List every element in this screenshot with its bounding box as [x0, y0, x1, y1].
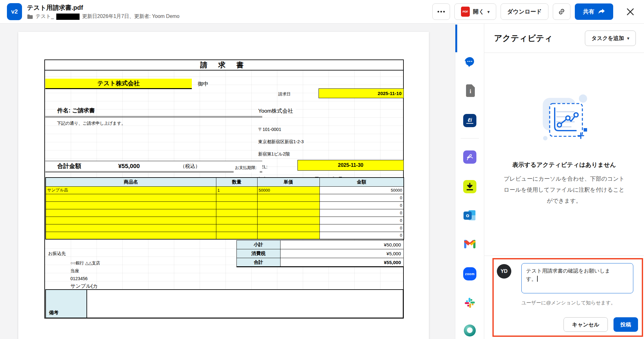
empty-state-title: 表示するアクティビティはありません	[491, 161, 638, 169]
items-header-qty: 数量	[216, 178, 257, 186]
bank-account-number: 0123456	[70, 276, 88, 281]
download-button-label: ダウンロード	[507, 8, 542, 15]
signature-glyph: ℓi	[468, 118, 472, 122]
file-title: テスト用請求書.pdf	[27, 3, 180, 12]
subtotal-row: 小計 ¥50,000	[237, 240, 404, 249]
comments-tab[interactable]	[463, 55, 476, 69]
invoice-total-row: 合計金額 ¥55,000 （税込）	[45, 161, 262, 172]
box-sign-tab[interactable]: ℓi	[463, 114, 476, 127]
adobe-acrobat-tab[interactable]	[463, 150, 476, 164]
comment-actions: キャンセル 投稿	[564, 317, 638, 332]
invoice-cell: 50000	[319, 186, 404, 194]
total-amount: ¥55,000	[118, 163, 140, 170]
invoice-cell	[257, 217, 319, 224]
invoice-cell	[46, 224, 216, 232]
chevron-down-icon: ▾	[487, 9, 490, 14]
invoice-cell: 0	[319, 217, 404, 224]
invoice-cell	[257, 201, 319, 209]
file-info-tab[interactable]: i	[463, 84, 476, 97]
empty-activity-illustration	[491, 93, 638, 146]
link-icon	[558, 8, 565, 15]
empty-state-body: プレビューにカーソルを合わせ、下部のコントロールを使用してファイルに注釈を付ける…	[501, 173, 627, 206]
activity-empty-state: 表示するアクティビティはありません プレビューにカーソルを合わせ、下部のコントロ…	[491, 93, 638, 206]
subtotal-label: 小計	[237, 240, 280, 249]
share-button[interactable]: 共有	[575, 3, 613, 20]
invoice-cell: 0	[319, 224, 404, 232]
invoice-cell	[216, 232, 257, 239]
invoice-cell: 1	[216, 186, 257, 194]
invoice-honorific: 御中	[198, 80, 208, 88]
active-tab-indicator	[455, 25, 457, 52]
gmail-icon	[464, 240, 476, 249]
open-button[interactable]: PDF 開く ▾	[454, 3, 496, 20]
more-options-button[interactable]	[432, 3, 450, 20]
bank-section-label: お振込先	[48, 251, 66, 257]
invoice-items-table: 商品名 数量 単価 金額 サンプル品 1 50000 50000 0	[45, 177, 404, 240]
slack-tab[interactable]	[463, 296, 476, 309]
invoice-cell	[216, 217, 257, 224]
invoice-cell: 0	[319, 209, 404, 217]
table-row: 0	[46, 209, 404, 217]
download-button[interactable]: ダウンロード	[501, 3, 548, 20]
invoice-cell	[216, 201, 257, 209]
issuer-address1: 東京都新宿区新宿1-2-3	[258, 139, 306, 145]
post-button[interactable]: 投稿	[613, 317, 638, 332]
items-header-product: 商品名	[46, 178, 216, 186]
invoice-cell: サンプル品	[46, 186, 216, 194]
issuer-address2: 新宿第1ビル2階	[258, 151, 292, 157]
invoice-addressee-cell: テスト株式会社	[45, 79, 192, 89]
cancel-button[interactable]: キャンセル	[564, 317, 608, 332]
file-meta-text: 更新日2026年1月7日、更新者: Yoom Demo	[82, 13, 180, 20]
due-date-cell: 2025-11-30	[297, 160, 404, 171]
redacted-text	[56, 14, 80, 20]
zoom-tab[interactable]: zoom	[463, 267, 476, 280]
tax-value: ¥5,000	[280, 249, 404, 258]
table-row: サンプル品 1 50000 50000	[46, 186, 404, 194]
activity-panel-header: アクティビティ タスクを追加 ▾	[484, 24, 644, 53]
invoice-subject: 件名: ご請求書	[45, 105, 262, 117]
invoice-sheet: 請 求 書 テスト株式会社 御中 請求日 2025-11-10 件名: ご請求書…	[44, 59, 404, 319]
teal-ring-app-tab[interactable]	[463, 324, 476, 337]
header-actions: PDF 開く ▾ ダウンロード 共有	[432, 3, 637, 20]
version-badge[interactable]: v2	[7, 3, 22, 20]
teal-ring-icon	[464, 325, 476, 336]
folder-name[interactable]: テスト_	[36, 13, 54, 20]
invoice-cell	[46, 194, 216, 201]
comment-input[interactable]: テスト用請求書の確認をお願いします。	[521, 263, 633, 293]
invoice-cell	[216, 224, 257, 232]
share-arrow-icon	[598, 8, 605, 15]
rail-divider	[461, 138, 479, 138]
items-header-row: 商品名 数量 単価 金額	[46, 178, 404, 186]
tax-note: （税込）	[180, 163, 200, 170]
comment-compose-region: YD テスト用請求書の確認をお願いします。 ユーザーに@メンションして知らせます…	[492, 258, 643, 337]
invoice-title: 請 求 書	[45, 60, 403, 71]
panel-divider	[484, 256, 644, 256]
pdf-page: 請 求 書 テスト株式会社 御中 請求日 2025-11-10 件名: ご請求書…	[18, 32, 429, 339]
file-header: v2 テスト用請求書.pdf テスト_ 更新日2026年1月7日、更新者: Yo…	[0, 0, 644, 24]
add-task-label: タスクを追加	[591, 35, 624, 42]
gmail-tab[interactable]	[463, 237, 476, 251]
file-info-icon: i	[465, 84, 475, 97]
invoice-cell: 0	[319, 194, 404, 201]
activity-panel: アクティビティ タスクを追加 ▾ 表示するアクティビティはありません	[484, 24, 644, 339]
download-app-tab[interactable]	[463, 180, 476, 193]
invoice-cell	[257, 194, 319, 201]
close-icon[interactable]	[623, 5, 637, 19]
open-button-label: 開く	[473, 8, 484, 15]
outlook-icon: o	[464, 209, 476, 222]
issuer-company-name: Yoom株式会社	[258, 107, 296, 115]
notes-section: 備考	[45, 289, 403, 318]
invoice-cell	[257, 224, 319, 232]
invoice-cell	[46, 209, 216, 217]
items-header-unitprice: 単価	[257, 178, 319, 186]
chevron-down-icon: ▾	[627, 36, 629, 41]
svg-text:i: i	[469, 88, 471, 94]
copy-link-button[interactable]	[553, 3, 570, 20]
table-row: 0	[46, 217, 404, 224]
activity-panel-title: アクティビティ	[494, 33, 552, 44]
invoice-cell	[216, 194, 257, 201]
outlook-tab[interactable]: o	[463, 209, 476, 222]
invoice-cell	[46, 201, 216, 209]
document-preview-area[interactable]: 請 求 書 テスト株式会社 御中 請求日 2025-11-10 件名: ご請求書…	[0, 24, 455, 339]
add-task-button[interactable]: タスクを追加 ▾	[585, 31, 636, 46]
